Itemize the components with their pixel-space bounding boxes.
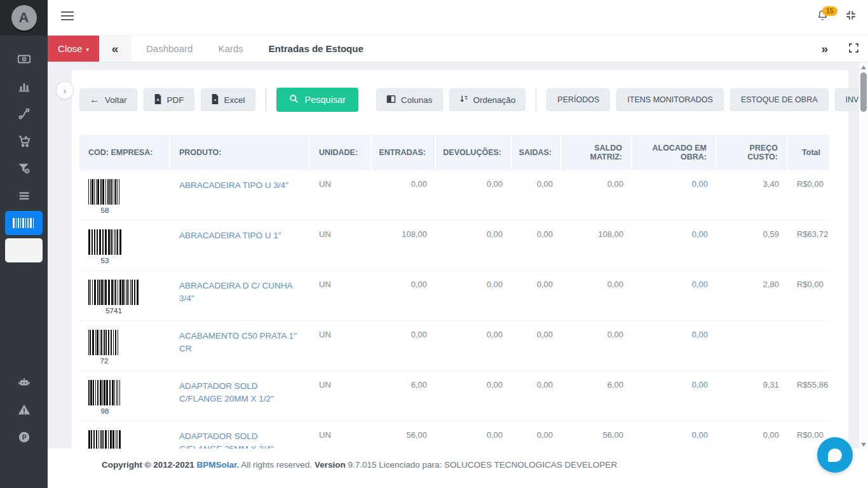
- itens-monitorados-button[interactable]: ITENS MONITORADOS: [616, 88, 724, 111]
- logo-letter: A: [11, 5, 37, 30]
- chevron-right-icon: ›: [64, 85, 67, 96]
- notifications-button[interactable]: 15: [817, 9, 829, 24]
- sidebar-item-purchases[interactable]: [5, 129, 43, 153]
- product-link[interactable]: ABRACADEIRA D C/ CUNHA 3/4": [179, 280, 301, 304]
- version-label: Version: [315, 460, 346, 470]
- scroll-up-icon[interactable]: [861, 65, 866, 69]
- back-label: Voltar: [105, 95, 127, 105]
- cell-total: R$55,86: [788, 371, 829, 421]
- tab-dashboard[interactable]: Dashboard: [146, 43, 193, 54]
- toolbar-divider: [266, 89, 266, 111]
- warning-icon: [17, 403, 31, 417]
- alocado-em-obra-link[interactable]: 0,00: [692, 380, 708, 390]
- compress-icon[interactable]: [845, 10, 857, 24]
- product-link[interactable]: ABRACADEIRA TIPO U 1": [179, 229, 301, 242]
- content-area: › ← Voltar A PDF x Excel Pesquisar: [48, 62, 868, 488]
- product-code: 58: [88, 207, 121, 214]
- excel-file-icon: x: [211, 94, 219, 106]
- alocado-em-obra-link[interactable]: 0,00: [692, 229, 708, 239]
- col-header-entradas[interactable]: ENTRADAS:: [372, 135, 436, 170]
- col-header-unidade[interactable]: UNIDADE:: [310, 135, 372, 170]
- banknote-icon: [17, 52, 31, 66]
- sort-button[interactable]: Ordenação: [449, 88, 526, 111]
- cell-preco-custo: 9,31: [717, 371, 788, 421]
- sidebar-item-routes[interactable]: [5, 102, 43, 126]
- sidebar-item-alerts[interactable]: [5, 398, 43, 422]
- sidebar-item-lists[interactable]: [5, 184, 43, 208]
- col-header-produto[interactable]: PRODUTO:: [170, 135, 310, 170]
- brand-link[interactable]: BPMSolar.: [197, 460, 240, 470]
- chat-widget-button[interactable]: [817, 437, 853, 473]
- excel-button[interactable]: x Excel: [201, 88, 255, 111]
- alocado-em-obra-link[interactable]: 0,00: [692, 430, 708, 440]
- cell-unidade: UN: [310, 371, 372, 421]
- topbar: 15: [48, 0, 868, 36]
- scrollbar-thumb[interactable]: [860, 72, 867, 112]
- col-header-alocado-em-obra[interactable]: ALOCADO EM OBRA:: [632, 135, 717, 170]
- bar-chart-icon: [17, 79, 31, 93]
- toolbar-divider: [536, 89, 536, 111]
- screen: A $: [0, 0, 868, 488]
- columns-button[interactable]: Colunas: [376, 88, 443, 111]
- sidebar-item-blank[interactable]: [5, 238, 43, 262]
- svg-text:A: A: [156, 98, 159, 102]
- alocado-em-obra-link[interactable]: 0,00: [692, 330, 708, 339]
- tab-kards[interactable]: Kards: [218, 43, 243, 54]
- sidebar-item-bot[interactable]: [5, 370, 43, 395]
- cell-unidade: UN: [310, 220, 372, 270]
- panel-toggle-button[interactable]: ›: [56, 81, 74, 99]
- alocado-em-obra-link[interactable]: 0,00: [692, 280, 708, 289]
- table-row: 98 ADAPTADOR SOLD C/FLANGE 20MM X 1/2" U…: [79, 371, 829, 421]
- cell-entradas: 0,00: [372, 170, 436, 220]
- rights-text: All rights reserved.: [241, 460, 312, 470]
- close-tab-button[interactable]: Close ▾: [48, 36, 99, 62]
- vertical-scrollbar[interactable]: [858, 62, 868, 450]
- tabs-scroll-right-button[interactable]: »: [821, 42, 828, 56]
- alocado-em-obra-link[interactable]: 0,00: [692, 179, 708, 189]
- col-header-total[interactable]: Total: [788, 135, 829, 170]
- periodos-button[interactable]: PERÍODOS: [546, 88, 610, 111]
- tab-entradas-de-estoque[interactable]: Entradas de Estoque: [269, 43, 363, 54]
- col-header-saidas[interactable]: SAIDAS:: [512, 135, 562, 170]
- sidebar-item-sales-funnel[interactable]: $: [5, 156, 43, 180]
- sort-label: Ordenação: [473, 95, 516, 105]
- sidebar-item-stock-active[interactable]: [5, 211, 43, 235]
- tabbar: Close ▾ « Dashboard Kards Entradas de Es…: [48, 36, 868, 62]
- barcode-icon: [13, 218, 35, 228]
- table-row: 58 ABRACADEIRA TIPO U 3/4" UN 0,00 0,00 …: [79, 170, 829, 220]
- arrow-left-icon: ←: [90, 94, 100, 105]
- excel-label: Excel: [224, 95, 245, 105]
- col-header-preco-custo[interactable]: PREÇO CUSTO:: [717, 135, 788, 170]
- cell-total: R$0,00: [788, 170, 829, 220]
- columns-icon: [386, 95, 396, 105]
- pdf-button[interactable]: A PDF: [144, 88, 194, 111]
- estoque-de-obra-button[interactable]: ESTOQUE DE OBRA: [730, 88, 829, 111]
- back-button[interactable]: ← Voltar: [79, 88, 137, 111]
- svg-text:P: P: [22, 434, 26, 441]
- copyright-text: Copyright © 2012-2021 BPMSolar. All righ…: [102, 460, 617, 470]
- double-chevron-right-icon: »: [821, 42, 828, 55]
- product-code: 5741: [88, 307, 139, 315]
- barcode-image: [88, 330, 120, 355]
- product-link[interactable]: ABRACADEIRA TIPO U 3/4": [179, 179, 301, 192]
- search-button[interactable]: Pesquisar: [276, 88, 358, 112]
- menu-toggle-icon[interactable]: [61, 11, 74, 22]
- product-code: 53: [88, 257, 121, 264]
- scroll-down-icon[interactable]: [861, 443, 866, 447]
- app-logo[interactable]: A: [0, 0, 48, 36]
- tabs-scroll-left-button[interactable]: «: [99, 36, 131, 62]
- cell-devolucoes: 0,00: [436, 271, 512, 320]
- product-link[interactable]: ADAPTADOR SOLD C/FLANGE 20MM X 1/2": [179, 380, 301, 405]
- sidebar-item-parking[interactable]: P: [5, 425, 43, 449]
- cell-devolucoes: 0,00: [436, 170, 512, 220]
- cell-entradas: 0,00: [372, 321, 436, 370]
- sidebar-item-reports[interactable]: [5, 74, 43, 98]
- fullscreen-icon[interactable]: [848, 43, 859, 56]
- col-header-devolucoes[interactable]: DEVOLUÇÕES:: [436, 135, 512, 170]
- col-header-saldo-matriz[interactable]: SALDO MATRIZ:: [562, 135, 632, 170]
- cell-saldo-matriz: 0,00: [562, 321, 632, 370]
- col-header-cod-empresa[interactable]: COD: EMPRESA:: [79, 135, 170, 170]
- product-link[interactable]: ACABAMENTO C50 PRATA 1" CR: [179, 330, 301, 355]
- table-body: 58 ABRACADEIRA TIPO U 3/4" UN 0,00 0,00 …: [79, 170, 829, 488]
- sidebar-item-finance[interactable]: [5, 47, 43, 71]
